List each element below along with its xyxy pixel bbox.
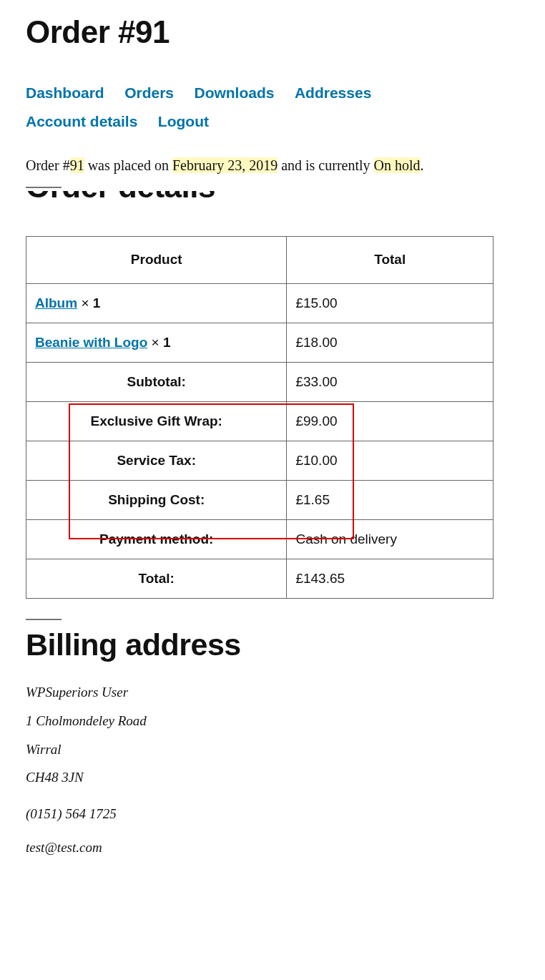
product-link[interactable]: Album <box>35 295 77 310</box>
th-total: Total <box>287 236 494 283</box>
order-details-table: Product Total Album × 1 £15.00 Beanie wi… <box>26 236 494 599</box>
billing-name: WPSuperiors User <box>26 678 519 707</box>
qty-n: 1 <box>163 335 171 350</box>
order-details-heading: Order details <box>26 191 519 202</box>
value-total: £143.65 <box>287 559 494 598</box>
summary-period: . <box>421 157 424 173</box>
nav-dashboard[interactable]: Dashboard <box>26 79 104 107</box>
line-total: £18.00 <box>287 323 494 362</box>
qty-x: × <box>147 335 163 350</box>
summary-and-currently: and is currently <box>278 157 373 173</box>
line-total: £15.00 <box>287 283 494 323</box>
divider <box>26 619 62 620</box>
label-payment-method: Payment method: <box>26 519 287 559</box>
order-summary: Order #91 was placed on February 23, 201… <box>26 157 519 174</box>
label-shipping-cost: Shipping Cost: <box>26 480 287 519</box>
row-total: Total: £143.65 <box>26 559 494 598</box>
summary-date: February 23, 2019 <box>172 157 278 173</box>
billing-address-heading: Billing address <box>26 627 519 662</box>
account-nav: Dashboard Orders Downloads Addresses Acc… <box>26 79 519 136</box>
summary-status: On hold <box>374 157 421 173</box>
value-shipping-cost: £1.65 <box>287 480 494 519</box>
summary-order-number: 91 <box>70 157 84 173</box>
divider <box>26 187 62 188</box>
billing-email: test@test.com <box>26 840 519 856</box>
value-gift-wrap: £99.00 <box>287 401 494 441</box>
th-product: Product <box>26 236 287 283</box>
product-link[interactable]: Beanie with Logo <box>35 335 147 350</box>
billing-contact: (0151) 564 1725 test@test.com <box>26 806 519 856</box>
nav-orders[interactable]: Orders <box>124 79 174 107</box>
order-details-heading-clipped: Order details <box>26 191 519 216</box>
row-service-tax: Service Tax: £10.00 <box>26 441 494 480</box>
summary-prefix: Order # <box>26 157 70 173</box>
billing-phone: (0151) 564 1725 <box>26 806 519 822</box>
label-gift-wrap: Exclusive Gift Wrap: <box>26 401 287 441</box>
value-service-tax: £10.00 <box>287 441 494 480</box>
value-payment-method: Cash on delivery <box>287 519 494 559</box>
qty-x: × <box>77 295 93 310</box>
billing-line1: 1 Cholmondeley Road <box>26 707 519 735</box>
label-subtotal: Subtotal: <box>26 362 287 401</box>
billing-city: Wirral <box>26 735 519 764</box>
table-row: Beanie with Logo × 1 £18.00 <box>26 323 494 362</box>
row-subtotal: Subtotal: £33.00 <box>26 362 494 401</box>
label-total: Total: <box>26 559 287 598</box>
nav-downloads[interactable]: Downloads <box>194 79 274 107</box>
nav-addresses[interactable]: Addresses <box>295 79 371 107</box>
value-subtotal: £33.00 <box>287 362 494 401</box>
qty-n: 1 <box>93 295 101 310</box>
nav-account-details[interactable]: Account details <box>26 107 137 136</box>
summary-placed-on: was placed on <box>84 157 172 173</box>
page-title: Order #91 <box>26 14 519 50</box>
row-shipping-cost: Shipping Cost: £1.65 <box>26 480 494 519</box>
row-gift-wrap: Exclusive Gift Wrap: £99.00 <box>26 401 494 441</box>
billing-postcode: CH48 3JN <box>26 763 519 792</box>
row-payment-method: Payment method: Cash on delivery <box>26 519 494 559</box>
table-row: Album × 1 £15.00 <box>26 283 494 323</box>
nav-logout[interactable]: Logout <box>158 107 209 136</box>
billing-address: WPSuperiors User 1 Cholmondeley Road Wir… <box>26 678 519 793</box>
label-service-tax: Service Tax: <box>26 441 287 480</box>
